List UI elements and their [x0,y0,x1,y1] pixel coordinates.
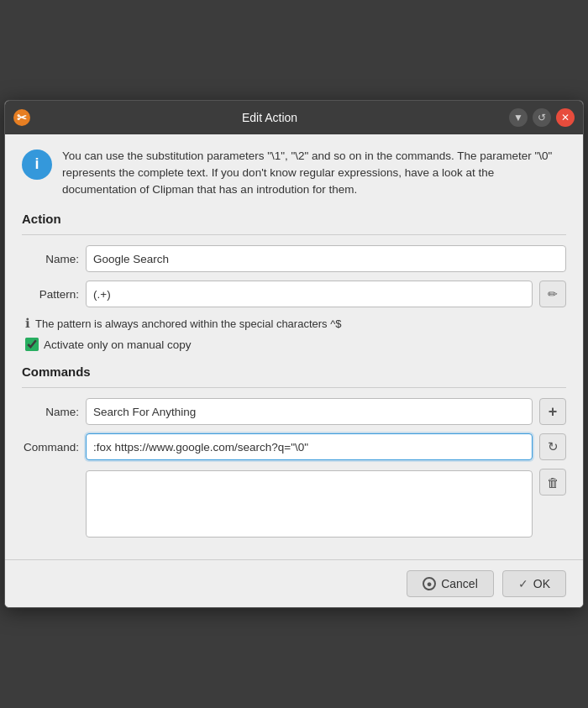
pencil-icon: ✏ [548,287,558,301]
cancel-button[interactable]: ● Cancel [407,570,494,597]
titlebar-controls: ▼ ↺ ✕ [509,108,575,127]
info-box: i You can use the substitution parameter… [22,148,566,199]
action-pattern-input[interactable] [86,281,533,307]
action-name-row: Name: [22,245,566,272]
hint-icon: ℹ [25,316,30,331]
pattern-hint-row: ℹ The pattern is always anchored within … [22,316,566,331]
command-side-buttons: 🗑 [539,469,566,496]
commands-section-title: Commands [22,364,566,379]
action-pattern-row: Pattern: ✏ [22,281,566,307]
window-title: Edit Action [30,111,509,124]
command-name-label: Name: [22,406,79,418]
titlebar: ✂ Edit Action ▼ ↺ ✕ [5,101,583,134]
action-section-title: Action [22,212,566,226]
delete-command-button[interactable]: 🗑 [539,469,566,496]
refresh-command-button[interactable]: ↻ [539,433,566,460]
manual-copy-row: Activate only on manual copy [22,338,566,351]
footer-bar: ● Cancel ✓ OK [5,559,583,607]
command-input[interactable] [86,433,533,460]
close-button[interactable]: ✕ [556,108,575,127]
action-name-label: Name: [22,253,79,265]
command-name-input[interactable] [86,398,533,425]
cancel-label: Cancel [441,577,478,590]
ok-button[interactable]: ✓ OK [502,570,566,597]
manual-copy-label[interactable]: Activate only on manual copy [44,338,192,351]
action-divider [22,234,566,235]
pattern-hint-text: The pattern is always anchored within th… [35,317,342,330]
refresh-icon: ↻ [548,439,559,454]
app-icon: ✂ [13,109,30,126]
restore-button[interactable]: ↺ [533,108,551,127]
plus-icon: + [549,403,558,421]
info-text: You can use the substitution parameters … [62,148,566,199]
cancel-icon: ● [423,577,436,590]
ok-label: OK [533,577,550,590]
command-name-row: Name: + [22,398,566,425]
commands-divider [22,387,566,388]
command-textarea[interactable] [86,470,533,538]
add-command-button[interactable]: + [539,398,566,425]
titlebar-left: ✂ [13,109,30,126]
action-pattern-label: Pattern: [22,288,79,301]
info-icon: i [22,149,52,180]
main-content: i You can use the substitution parameter… [5,134,583,560]
manual-copy-checkbox[interactable] [25,338,39,351]
command-field-row: Command: ↻ [22,433,566,460]
minimize-button[interactable]: ▼ [509,108,528,127]
edit-pattern-button[interactable]: ✏ [539,281,566,307]
ok-icon: ✓ [518,577,528,590]
command-textarea-row: 🗑 [22,469,566,538]
command-label: Command: [22,441,79,454]
action-name-input[interactable] [86,245,566,272]
edit-action-window: ✂ Edit Action ▼ ↺ ✕ i You can use the su… [4,100,584,609]
trash-icon: 🗑 [547,475,559,490]
